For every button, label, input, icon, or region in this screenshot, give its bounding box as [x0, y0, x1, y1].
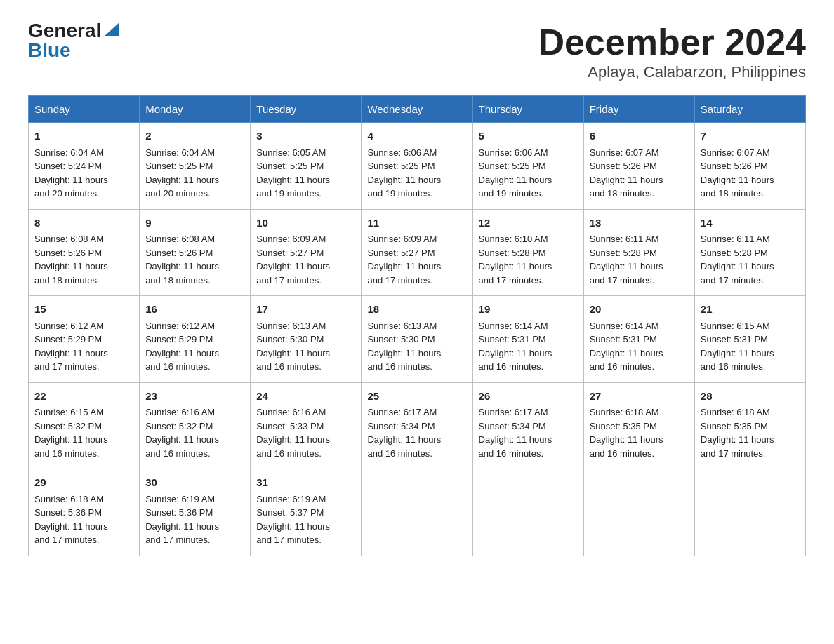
table-row — [583, 469, 694, 556]
day-number: 11 — [367, 215, 466, 232]
day-sunrise: Sunrise: 6:11 AM — [701, 234, 770, 244]
day-daylight-and: and 17 minutes. — [256, 535, 322, 545]
day-sunrise: Sunrise: 6:04 AM — [145, 147, 215, 158]
table-row: 15 Sunrise: 6:12 AM Sunset: 5:29 PM Dayl… — [29, 296, 140, 383]
table-row: 2 Sunrise: 6:04 AM Sunset: 5:25 PM Dayli… — [140, 123, 251, 210]
day-sunrise: Sunrise: 6:12 AM — [34, 321, 104, 331]
day-daylight-and: and 18 minutes. — [590, 188, 655, 199]
day-sunrise: Sunrise: 6:16 AM — [145, 407, 215, 417]
day-number: 30 — [145, 475, 244, 491]
day-number: 3 — [256, 128, 355, 145]
day-daylight-and: and 16 minutes. — [590, 361, 655, 372]
day-number: 25 — [367, 389, 466, 405]
day-sunset: Sunset: 5:36 PM — [145, 507, 213, 518]
day-sunrise: Sunrise: 6:19 AM — [256, 494, 326, 504]
day-daylight: Daylight: 11 hours — [256, 175, 330, 185]
day-sunset: Sunset: 5:34 PM — [367, 421, 435, 431]
day-sunrise: Sunrise: 6:17 AM — [367, 407, 437, 417]
header-friday: Friday — [583, 96, 694, 123]
table-row: 25 Sunrise: 6:17 AM Sunset: 5:34 PM Dayl… — [362, 382, 472, 469]
table-row: 28 Sunrise: 6:18 AM Sunset: 5:35 PM Dayl… — [694, 382, 805, 469]
day-number: 15 — [34, 302, 133, 318]
day-daylight-and: and 17 minutes. — [145, 535, 211, 545]
table-row: 5 Sunrise: 6:06 AM Sunset: 5:25 PM Dayli… — [472, 123, 583, 210]
day-daylight: Daylight: 11 hours — [256, 434, 330, 445]
table-row: 17 Sunrise: 6:13 AM Sunset: 5:30 PM Dayl… — [251, 296, 362, 383]
day-daylight-and: and 16 minutes. — [479, 361, 544, 372]
day-sunset: Sunset: 5:26 PM — [34, 248, 102, 258]
day-number: 7 — [701, 128, 800, 145]
table-row — [694, 469, 805, 556]
day-sunset: Sunset: 5:35 PM — [701, 421, 768, 431]
header-sunday: Sunday — [29, 96, 140, 123]
table-row: 1 Sunrise: 6:04 AM Sunset: 5:24 PM Dayli… — [29, 123, 140, 210]
day-sunset: Sunset: 5:34 PM — [479, 421, 546, 431]
day-daylight-and: and 17 minutes. — [590, 275, 655, 286]
day-sunset: Sunset: 5:24 PM — [34, 161, 102, 171]
calendar-week-row: 8 Sunrise: 6:08 AM Sunset: 5:26 PM Dayli… — [29, 209, 806, 296]
day-sunset: Sunset: 5:29 PM — [34, 334, 102, 344]
day-daylight: Daylight: 11 hours — [145, 175, 219, 185]
day-sunrise: Sunrise: 6:09 AM — [256, 234, 326, 244]
header-monday: Monday — [140, 96, 251, 123]
table-row: 8 Sunrise: 6:08 AM Sunset: 5:26 PM Dayli… — [29, 209, 140, 296]
day-daylight: Daylight: 11 hours — [34, 521, 108, 532]
table-row: 22 Sunrise: 6:15 AM Sunset: 5:32 PM Dayl… — [29, 382, 140, 469]
day-sunrise: Sunrise: 6:13 AM — [256, 321, 326, 331]
table-row: 13 Sunrise: 6:11 AM Sunset: 5:28 PM Dayl… — [583, 209, 694, 296]
day-daylight-and: and 16 minutes. — [367, 448, 432, 459]
day-daylight: Daylight: 11 hours — [367, 175, 441, 185]
day-sunset: Sunset: 5:31 PM — [590, 334, 657, 344]
day-sunset: Sunset: 5:25 PM — [256, 161, 324, 171]
table-row: 11 Sunrise: 6:09 AM Sunset: 5:27 PM Dayl… — [362, 209, 472, 296]
day-daylight-and: and 17 minutes. — [34, 361, 100, 372]
page-title: December 2024 — [538, 21, 806, 63]
day-number: 20 — [590, 302, 689, 318]
day-daylight: Daylight: 11 hours — [367, 434, 441, 445]
day-daylight: Daylight: 11 hours — [590, 434, 663, 445]
table-row: 6 Sunrise: 6:07 AM Sunset: 5:26 PM Dayli… — [583, 123, 694, 210]
logo-blue: Blue — [28, 41, 71, 60]
day-number: 5 — [479, 128, 578, 145]
day-sunset: Sunset: 5:30 PM — [256, 334, 324, 344]
day-number: 24 — [256, 389, 355, 405]
title-block: December 2024 Aplaya, Calabarzon, Philip… — [538, 21, 806, 81]
calendar-week-row: 22 Sunrise: 6:15 AM Sunset: 5:32 PM Dayl… — [29, 382, 806, 469]
day-sunset: Sunset: 5:37 PM — [256, 507, 324, 518]
header-tuesday: Tuesday — [251, 96, 362, 123]
logo-general: General — [28, 21, 101, 41]
day-daylight-and: and 16 minutes. — [590, 448, 655, 459]
day-daylight: Daylight: 11 hours — [145, 434, 219, 445]
day-sunset: Sunset: 5:28 PM — [701, 248, 768, 258]
day-daylight-and: and 16 minutes. — [479, 448, 544, 459]
day-sunrise: Sunrise: 6:04 AM — [34, 147, 104, 158]
day-number: 18 — [367, 302, 466, 318]
day-sunrise: Sunrise: 6:14 AM — [479, 321, 548, 331]
calendar-header-row: Sunday Monday Tuesday Wednesday Thursday… — [29, 96, 806, 123]
day-sunset: Sunset: 5:28 PM — [479, 248, 546, 258]
table-row: 20 Sunrise: 6:14 AM Sunset: 5:31 PM Dayl… — [583, 296, 694, 383]
page-subtitle: Aplaya, Calabarzon, Philippines — [538, 63, 806, 81]
table-row: 19 Sunrise: 6:14 AM Sunset: 5:31 PM Dayl… — [472, 296, 583, 383]
calendar-week-row: 1 Sunrise: 6:04 AM Sunset: 5:24 PM Dayli… — [29, 123, 806, 210]
day-daylight-and: and 19 minutes. — [479, 188, 544, 199]
day-sunset: Sunset: 5:28 PM — [590, 248, 657, 258]
day-number: 13 — [590, 215, 689, 232]
day-daylight: Daylight: 11 hours — [479, 348, 552, 358]
day-daylight-and: and 16 minutes. — [256, 448, 322, 459]
day-number: 14 — [701, 215, 800, 232]
day-number: 28 — [701, 389, 800, 405]
day-daylight: Daylight: 11 hours — [479, 261, 552, 271]
table-row: 3 Sunrise: 6:05 AM Sunset: 5:25 PM Dayli… — [251, 123, 362, 210]
day-daylight: Daylight: 11 hours — [145, 348, 219, 358]
day-daylight-and: and 20 minutes. — [145, 188, 211, 199]
svg-marker-0 — [104, 22, 119, 36]
day-number: 2 — [145, 128, 244, 145]
day-number: 27 — [590, 389, 689, 405]
day-sunset: Sunset: 5:25 PM — [367, 161, 435, 171]
day-daylight-and: and 17 minutes. — [256, 275, 322, 286]
day-sunrise: Sunrise: 6:09 AM — [367, 234, 437, 244]
logo-triangle-icon — [104, 22, 119, 36]
day-sunset: Sunset: 5:36 PM — [34, 507, 102, 518]
day-daylight: Daylight: 11 hours — [34, 175, 108, 185]
